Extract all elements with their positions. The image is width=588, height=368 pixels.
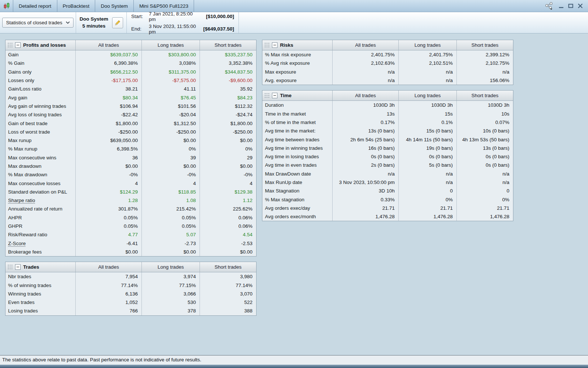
row-value: 36 (75, 153, 141, 162)
column-header-long-trades: Long trades (398, 40, 456, 50)
row-value: 16s (0 bars) (332, 144, 398, 152)
row-value: -$17,175.00 (75, 76, 141, 85)
tab-detailed-report[interactable]: Detailed report (13, 0, 57, 12)
row-value: -6.41 (75, 239, 141, 248)
table-row: Max runup$639,050.00$0.00$0.00 (6, 136, 256, 145)
tab-doo-system[interactable]: Doo System (95, 0, 134, 12)
row-label: Brokerage fees (6, 248, 75, 256)
row-value: 0.06% (200, 213, 256, 222)
row-value: 0s (0 bars) (456, 161, 513, 169)
row-value: 0% (398, 195, 456, 204)
row-label: Avg time in the market: (262, 127, 332, 135)
row-value: 0.33% (332, 195, 398, 204)
row-value: 4h 13m 53s (50 bars) (456, 135, 513, 144)
table-row: Gain$639,037.50$303,800.00$335,237.50 (6, 50, 256, 59)
row-label: GHPR (6, 222, 75, 230)
window-controls (545, 0, 588, 12)
collapse-button[interactable] (272, 42, 277, 48)
row-value: 3,038% (141, 59, 200, 67)
row-value: 3,974 (141, 272, 200, 281)
view-select[interactable]: Statistics of closed trades (2, 18, 73, 28)
table-title: Time (280, 93, 291, 98)
table-row: Annualized rate of return301.87%215.42%2… (6, 205, 256, 213)
row-label: % Max runup (6, 145, 75, 153)
maximize-icon[interactable] (568, 3, 573, 8)
row-value: 13s (0 bars) (332, 127, 398, 135)
table-row: Brokerage fees$0.00$0.00$0.00 (6, 248, 256, 256)
row-value: 0 (456, 187, 513, 195)
row-value: 1,052 (75, 298, 141, 307)
row-value: 0s (0 bars) (398, 152, 456, 161)
row-value: 225.62% (200, 205, 256, 213)
share-icon[interactable] (545, 2, 554, 10)
row-value: 0.06% (200, 222, 256, 230)
close-icon[interactable] (578, 3, 583, 8)
table-row: Gain of best trade$1,800.00$1,312.50$1,8… (6, 119, 256, 127)
start-date: 7 Jan 2021, 8:25:00 pm (149, 11, 200, 22)
row-value: 35.92 (200, 85, 256, 93)
row-value: 766 (75, 307, 141, 315)
candlestick-chart-icon (3, 2, 10, 10)
row-value: -2.53 (200, 239, 256, 248)
row-value: 3 Nov 2023, 10:50:00 pm (332, 178, 398, 187)
disclaimer-text: The statistics above relate to past data… (0, 355, 588, 365)
table-row: % Max runup6,398.5%0%0% (6, 145, 256, 153)
row-value: 3,352.38% (200, 59, 256, 67)
row-label: Avg time in winning trades (262, 144, 332, 152)
table-row: Avg time in winning trades16s (0 bars)19… (262, 144, 513, 152)
row-value: $84.23 (200, 93, 256, 102)
table-row: Losing trades766378388 (6, 307, 256, 315)
row-value: 0s (0 bars) (456, 152, 513, 161)
collapse-button[interactable] (15, 264, 21, 270)
drag-handle-icon[interactable] (7, 264, 12, 270)
row-label: Winning trades (6, 290, 75, 298)
collapse-button[interactable] (272, 93, 277, 98)
column-header-all-trades: All trades (75, 40, 141, 50)
drag-handle-icon[interactable] (7, 42, 12, 48)
row-label: Losses only (6, 76, 75, 85)
row-label: % Avg risk exposure (262, 59, 332, 67)
tab-instrument[interactable]: Mini S&P500 Full1223 (134, 0, 194, 12)
table-row: Avg gain of winning trades$106.94$101.56… (6, 102, 256, 110)
row-value: 38.21 (75, 85, 141, 93)
row-value: $344,837.50 (200, 68, 256, 76)
row-label: Losing trades (6, 307, 75, 315)
row-value: $1,800.00 (200, 119, 256, 127)
drag-handle-icon[interactable] (264, 92, 269, 99)
minus-icon (17, 45, 19, 45)
row-value: 2h 6m 54s (25 bars) (332, 135, 398, 144)
table-header-title-cell: Profits and losses (6, 40, 75, 50)
row-value: 41.11 (141, 85, 200, 93)
row-value: 6,136 (75, 290, 141, 298)
row-value: 0.05% (141, 222, 200, 230)
table-header: RisksAll tradesLong tradesShort trades (262, 40, 513, 50)
collapse-button[interactable] (15, 42, 21, 48)
row-label: Loss of worst trade (6, 128, 75, 136)
row-value: -$7,575.00 (141, 76, 200, 85)
row-value: n/a (398, 76, 456, 85)
row-value: 6,398.5% (75, 145, 141, 153)
row-value: 4 (75, 179, 141, 187)
table-row: Max drawdown$0.00$0.00$0.00 (6, 162, 256, 170)
row-label: Even trades (6, 298, 75, 307)
toolbar-spacer (239, 12, 588, 33)
table-row: Max Stagnation3D 10h00 (262, 187, 513, 195)
table-row: Even trades1,052530522 (6, 298, 256, 307)
minimize-icon[interactable] (559, 3, 564, 8)
title-bar: Detailed report ProBacktest Doo System M… (0, 0, 588, 12)
row-label: Gain/Loss ratio (6, 85, 75, 93)
edit-system-button[interactable] (112, 17, 123, 28)
row-value: $101.56 (141, 102, 200, 110)
row-label: Nbr trades (6, 272, 75, 281)
minus-icon (273, 45, 276, 45)
row-value: 4.77 (75, 230, 141, 239)
row-value: -$22.42 (75, 110, 141, 119)
row-value: 0% (141, 145, 200, 153)
drag-handle-icon[interactable] (264, 42, 269, 48)
row-value: $0.00 (141, 136, 200, 145)
row-label: Max consecutive wins (6, 153, 75, 162)
row-value: $76.45 (141, 93, 200, 102)
tab-probacktest[interactable]: ProBacktest (57, 0, 96, 12)
table-row: Avg gain$80.34$76.45$84.23 (6, 93, 256, 102)
row-value: 10s (456, 109, 513, 118)
